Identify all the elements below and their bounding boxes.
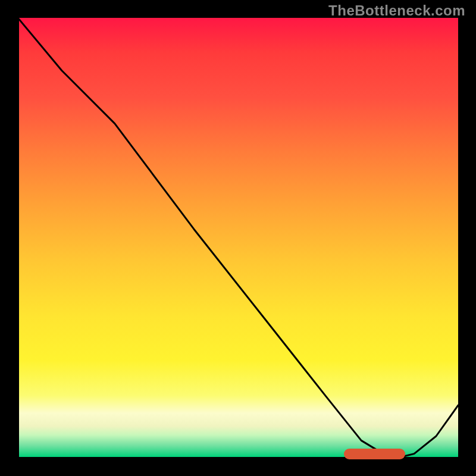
optimal-range-marker: [344, 449, 406, 459]
chart-container: TheBottleneck.com: [0, 0, 476, 476]
bottleneck-curve: [18, 18, 458, 458]
watermark-text: TheBottleneck.com: [328, 2, 465, 19]
